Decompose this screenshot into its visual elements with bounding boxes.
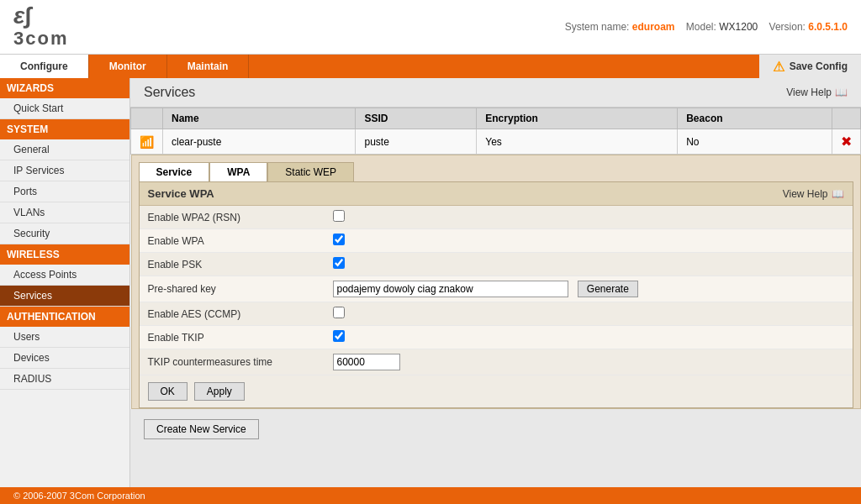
- checkbox-enable-psk[interactable]: [333, 257, 345, 269]
- sidebar-item-security[interactable]: Security: [0, 223, 129, 244]
- field-tkip-time: TKIP countermeasures time: [140, 349, 853, 375]
- label-enable-psk: Enable PSK: [148, 259, 333, 270]
- sidebar: WIZARDS Quick Start SYSTEM General IP Se…: [0, 78, 130, 504]
- field-enable-aes: Enable AES (CCMP): [140, 302, 853, 326]
- wpa-content: Service WPA View Help 📖 Enable WPA2: [139, 181, 853, 408]
- col-beacon: Beacon: [678, 108, 832, 129]
- view-help-link[interactable]: View Help 📖: [786, 87, 848, 98]
- col-name: Name: [163, 108, 356, 129]
- wizards-section-header: WIZARDS: [0, 78, 129, 98]
- ctrl-enable-psk: [333, 257, 844, 271]
- row-beacon: No: [678, 129, 832, 155]
- logo: ε∫ 3com: [13, 4, 68, 50]
- system-name-value: eduroam: [632, 21, 675, 33]
- services-table-wrapper: Name SSID Encryption Beacon 📶 clear-pust…: [130, 108, 861, 409]
- checkbox-enable-tkip[interactable]: [333, 330, 345, 342]
- wpa-book-icon: 📖: [832, 188, 844, 200]
- delete-icon[interactable]: ✖: [841, 134, 852, 149]
- sidebar-item-vlans[interactable]: VLANs: [0, 202, 129, 223]
- col-ssid: SSID: [356, 108, 477, 129]
- sidebar-item-radius[interactable]: RADIUS: [0, 369, 129, 390]
- col-icon: [131, 108, 163, 129]
- wireless-section-header: WIRELESS: [0, 244, 129, 265]
- sidebar-item-services[interactable]: Services: [0, 286, 129, 307]
- ok-button[interactable]: OK: [148, 382, 188, 401]
- sidebar-item-users[interactable]: Users: [0, 327, 129, 348]
- label-pre-shared-key: Pre-shared key: [148, 283, 333, 295]
- field-enable-tkip: Enable TKIP: [140, 326, 853, 349]
- sidebar-item-general[interactable]: General: [0, 139, 129, 160]
- wireless-icon: 📶: [140, 135, 154, 149]
- ctrl-pre-shared-key: Generate: [333, 281, 844, 297]
- tab-configure[interactable]: Configure: [0, 55, 89, 78]
- version-value: 6.0.5.1.0: [808, 21, 848, 33]
- field-enable-psk: Enable PSK: [140, 253, 853, 276]
- col-encryption: Encryption: [477, 108, 678, 129]
- row-delete[interactable]: ✖: [832, 129, 861, 155]
- ctrl-enable-aes: [333, 307, 844, 321]
- wpa-actions: OK Apply: [140, 375, 853, 407]
- label-tkip-time: TKIP countermeasures time: [148, 356, 333, 368]
- wpa-tabs: Service WPA Static WEP: [132, 155, 860, 181]
- book-icon: 📖: [835, 87, 848, 98]
- ctrl-enable-wpa2: [333, 210, 844, 224]
- row-icon-cell: 📶: [131, 129, 163, 155]
- tab-maintain[interactable]: Maintain: [167, 55, 250, 78]
- sidebar-item-devices[interactable]: Devices: [0, 348, 129, 369]
- wpa-view-help-link[interactable]: View Help 📖: [783, 188, 844, 200]
- sidebar-item-ip-services[interactable]: IP Services: [0, 160, 129, 181]
- system-section-header: SYSTEM: [0, 119, 129, 139]
- wpa-title-bar: Service WPA View Help 📖: [140, 182, 853, 206]
- input-tkip-time[interactable]: [333, 354, 400, 370]
- row-encryption: Yes: [477, 129, 678, 155]
- table-row: 📶 clear-puste puste Yes No ✖: [131, 129, 861, 155]
- tab-wpa[interactable]: WPA: [209, 162, 267, 181]
- ctrl-enable-wpa: [333, 234, 844, 248]
- field-enable-wpa2: Enable WPA2 (RSN): [140, 206, 853, 229]
- system-info: System name: eduroam Model: WX1200 Versi…: [565, 21, 848, 33]
- checkbox-enable-aes[interactable]: [333, 307, 345, 318]
- version-label: Version:: [769, 21, 806, 33]
- footer-text: © 2006-2007 3Com Corporation: [13, 491, 145, 501]
- create-new-service-button[interactable]: Create New Service: [144, 419, 259, 439]
- system-name-label: System name:: [565, 21, 630, 33]
- label-enable-wpa2: Enable WPA2 (RSN): [148, 212, 333, 223]
- generate-button[interactable]: Generate: [578, 281, 638, 297]
- page-title: Services: [144, 85, 195, 100]
- label-enable-aes: Enable AES (CCMP): [148, 308, 333, 320]
- field-pre-shared-key: Pre-shared key Generate: [140, 276, 853, 302]
- checkbox-enable-wpa[interactable]: [333, 234, 345, 245]
- content-header: Services View Help 📖: [130, 78, 861, 108]
- main-layout: WIZARDS Quick Start SYSTEM General IP Se…: [0, 78, 861, 504]
- logo-symbol: ε∫: [13, 4, 31, 28]
- ctrl-tkip-time: [333, 354, 844, 370]
- sidebar-item-ports[interactable]: Ports: [0, 181, 129, 202]
- wpa-title: Service WPA: [148, 187, 214, 200]
- bottom-panel: Create New Service: [130, 409, 861, 449]
- warning-icon: ⚠: [773, 59, 784, 75]
- apply-button[interactable]: Apply: [194, 382, 245, 401]
- label-enable-tkip: Enable TKIP: [148, 332, 333, 344]
- tab-static-wep[interactable]: Static WEP: [267, 162, 354, 181]
- sidebar-item-quick-start[interactable]: Quick Start: [0, 98, 129, 119]
- tab-service[interactable]: Service: [139, 162, 210, 181]
- logo-text: 3com: [13, 28, 68, 50]
- auth-section-header: AUTHENTICATION: [0, 307, 129, 327]
- model-value: WX1200: [719, 21, 758, 33]
- checkbox-enable-wpa2[interactable]: [333, 210, 345, 222]
- row-name: clear-puste: [163, 129, 356, 155]
- model-label: Model:: [686, 21, 716, 33]
- label-enable-wpa: Enable WPA: [148, 235, 333, 247]
- header: ε∫ 3com System name: eduroam Model: WX12…: [0, 0, 861, 55]
- sidebar-item-access-points[interactable]: Access Points: [0, 265, 129, 286]
- wpa-panel-row: Service WPA Static WEP Service WPA View …: [131, 155, 861, 410]
- save-config-button[interactable]: ⚠ Save Config: [759, 55, 861, 78]
- row-ssid: puste: [356, 129, 477, 155]
- services-table: Name SSID Encryption Beacon 📶 clear-pust…: [130, 108, 861, 409]
- ctrl-enable-tkip: [333, 330, 844, 344]
- content-area: Services View Help 📖 Name SSID Encryptio…: [130, 78, 861, 504]
- nav-tabs: Configure Monitor Maintain ⚠ Save Config: [0, 55, 861, 78]
- wpa-panel: Service WPA Static WEP Service WPA View …: [131, 155, 861, 409]
- input-pre-shared-key[interactable]: [333, 281, 568, 297]
- tab-monitor[interactable]: Monitor: [89, 55, 167, 78]
